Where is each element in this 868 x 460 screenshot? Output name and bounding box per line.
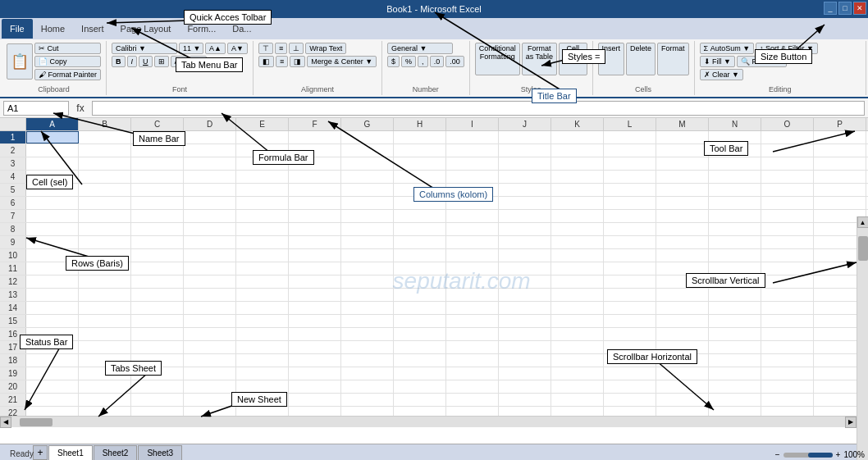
cell[interactable] [341, 354, 394, 367]
formula-input[interactable] [92, 101, 865, 116]
cell[interactable] [604, 131, 656, 143]
decrease-decimal-button[interactable]: .00 [445, 56, 464, 67]
restore-button[interactable]: □ [838, 2, 852, 15]
cell[interactable] [26, 394, 79, 406]
cell[interactable] [446, 210, 499, 222]
cell[interactable] [289, 394, 341, 406]
format-painter-button[interactable]: 🖌 Format Painter [34, 69, 101, 80]
cell[interactable] [236, 210, 289, 222]
row-number[interactable]: 2 [0, 144, 26, 157]
cell[interactable] [394, 394, 446, 406]
row-number[interactable]: 14 [0, 302, 26, 314]
number-format-dropdown[interactable]: General ▼ [387, 43, 453, 54]
cell[interactable] [26, 157, 79, 170]
cell[interactable] [761, 171, 814, 183]
merge-center-button[interactable]: Merge & Center ▼ [307, 56, 377, 67]
cell[interactable] [446, 223, 499, 235]
cell[interactable] [656, 380, 709, 393]
cell[interactable] [551, 394, 604, 406]
col-header-m[interactable]: M [656, 118, 709, 130]
cell[interactable] [131, 315, 184, 327]
cell[interactable] [394, 354, 446, 367]
cell[interactable] [394, 380, 446, 393]
cell[interactable] [184, 131, 236, 143]
scroll-left-button[interactable]: ◀ [0, 417, 11, 428]
minimize-button[interactable]: _ [824, 2, 837, 15]
cell[interactable] [394, 223, 446, 235]
cell[interactable] [289, 302, 341, 314]
cell[interactable] [131, 380, 184, 393]
cell[interactable] [604, 289, 656, 301]
conditional-formatting-button[interactable]: ConditionalFormatting [475, 43, 520, 75]
zoom-out-button[interactable]: − [775, 450, 780, 459]
cell[interactable] [236, 171, 289, 183]
cell[interactable] [341, 394, 394, 406]
cell[interactable] [394, 249, 446, 262]
cell[interactable] [236, 380, 289, 393]
cell[interactable] [551, 276, 604, 288]
cell[interactable] [394, 236, 446, 248]
cell[interactable] [446, 276, 499, 288]
cell[interactable] [604, 367, 656, 380]
cell[interactable] [184, 380, 236, 393]
cell[interactable] [761, 262, 814, 275]
cell[interactable] [656, 289, 709, 301]
cell[interactable] [26, 367, 79, 380]
cell[interactable] [551, 223, 604, 235]
cell[interactable] [446, 328, 499, 340]
cell[interactable] [761, 289, 814, 301]
cell[interactable] [761, 328, 814, 340]
scroll-up-button[interactable]: ▲ [857, 216, 869, 228]
scroll-thumb-horizontal[interactable] [20, 418, 53, 426]
cell[interactable] [446, 341, 499, 353]
sheet-tab-3[interactable]: Sheet3 [138, 445, 182, 460]
cell[interactable] [184, 289, 236, 301]
cell[interactable] [656, 302, 709, 314]
cell[interactable] [604, 210, 656, 222]
cell[interactable] [499, 249, 551, 262]
cell[interactable] [341, 276, 394, 288]
cell[interactable] [761, 131, 814, 143]
cell[interactable] [656, 367, 709, 380]
cell[interactable] [341, 184, 394, 196]
align-left-button[interactable]: ◧ [258, 56, 274, 67]
cell[interactable] [656, 210, 709, 222]
cell[interactable] [394, 262, 446, 275]
cell[interactable] [709, 289, 761, 301]
cell[interactable] [184, 367, 236, 380]
cell[interactable] [761, 157, 814, 170]
cell[interactable] [79, 171, 131, 183]
cell[interactable] [761, 367, 814, 380]
cell[interactable] [499, 197, 551, 209]
cell[interactable] [236, 315, 289, 327]
cell[interactable] [499, 223, 551, 235]
row-number[interactable]: 1 [0, 131, 26, 143]
cell[interactable] [551, 210, 604, 222]
cell[interactable] [289, 131, 341, 143]
font-size-dropdown[interactable]: 11 ▼ [179, 43, 203, 54]
cell[interactable] [79, 341, 131, 353]
cell[interactable] [604, 184, 656, 196]
cell[interactable] [341, 144, 394, 157]
font-family-dropdown[interactable]: Calibri ▼ [112, 43, 177, 54]
cell[interactable] [499, 367, 551, 380]
cell[interactable] [184, 354, 236, 367]
col-header-e[interactable]: E [236, 118, 289, 130]
cell[interactable] [26, 302, 79, 314]
cell[interactable] [184, 302, 236, 314]
cell[interactable] [341, 223, 394, 235]
cell[interactable] [79, 236, 131, 248]
row-number[interactable]: 7 [0, 210, 26, 222]
cell[interactable] [26, 354, 79, 367]
cell[interactable] [499, 341, 551, 353]
row-number[interactable]: 5 [0, 184, 26, 196]
cut-button[interactable]: ✂ Cut [34, 43, 101, 54]
cell[interactable] [26, 223, 79, 235]
cell[interactable] [709, 380, 761, 393]
cell[interactable] [761, 315, 814, 327]
cell[interactable] [341, 341, 394, 353]
cell[interactable] [289, 354, 341, 367]
scroll-right-button[interactable]: ▶ [845, 417, 857, 428]
cell[interactable] [761, 223, 814, 235]
name-box[interactable]: A1 [3, 101, 69, 116]
